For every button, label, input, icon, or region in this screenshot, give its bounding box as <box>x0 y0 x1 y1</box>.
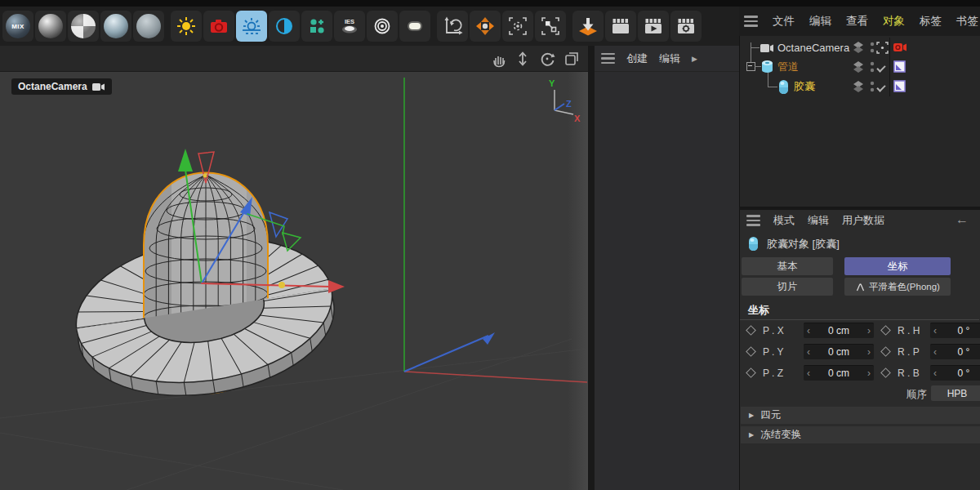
attribute-menubar: 模式 编辑 用户数据 <box>740 210 980 231</box>
enabled-check-icon[interactable] <box>876 82 885 91</box>
menu-create[interactable]: 创建 <box>626 51 648 66</box>
coord-label-pz: P . Z <box>763 368 783 379</box>
menu-tags[interactable]: 标签 <box>920 14 942 29</box>
hdri-contrast-icon[interactable] <box>269 11 300 42</box>
object-row-pipe[interactable]: 管道 <box>740 57 980 77</box>
menu-icon[interactable] <box>744 16 758 26</box>
menu-userdata[interactable]: 用户数据 <box>842 213 884 228</box>
coord-field-rb[interactable]: ‹ 0 ° <box>930 365 980 381</box>
coord-label-rh: R . H <box>898 325 920 336</box>
viewport-toolbar <box>0 46 588 72</box>
reset-transform-icon[interactable] <box>437 11 468 42</box>
menu-edit[interactable]: 编辑 <box>808 213 829 228</box>
menu-bookmarks[interactable]: 书签 <box>956 14 978 29</box>
keyframe-dot[interactable] <box>880 346 891 357</box>
orbit-icon[interactable] <box>537 49 557 69</box>
focus-picked-icon[interactable] <box>502 11 533 42</box>
spinner-right-icon[interactable]: › <box>867 368 871 379</box>
object-label[interactable]: 管道 <box>777 60 799 74</box>
object-manager-menubar: 文件 编辑 查看 对象 标签 书签 <box>739 7 980 36</box>
spinner-right-icon[interactable]: › <box>867 346 871 358</box>
layers-icon[interactable] <box>852 80 865 93</box>
render-settings-icon[interactable] <box>670 11 702 42</box>
node-editor-icon[interactable] <box>535 11 566 42</box>
keyframe-dot[interactable] <box>746 346 756 357</box>
object-row-capsule[interactable]: 胶囊 <box>740 77 980 96</box>
menu-overflow-icon[interactable]: ▶ <box>692 55 697 63</box>
visibility-dots-icon[interactable] <box>870 61 875 74</box>
coord-label-rb: R . B <box>898 368 920 379</box>
menu-objects[interactable]: 对象 <box>883 14 905 29</box>
phong-tag-icon[interactable] <box>893 60 906 74</box>
viewport-3d[interactable]: Y Z X OctaneCamera <box>0 72 588 490</box>
menu-file[interactable]: 文件 <box>773 14 795 29</box>
area-light-icon[interactable] <box>399 11 430 42</box>
material-mix-sphere-icon[interactable]: MIX <box>2 11 33 42</box>
spinner-right-icon[interactable]: › <box>867 325 871 336</box>
keyframe-dot[interactable] <box>746 368 756 378</box>
panel-divider[interactable] <box>588 46 595 490</box>
section-quaternion[interactable]: ▶ 四元 <box>741 407 980 424</box>
history-back-icon[interactable]: ← <box>956 212 969 227</box>
target-light-icon[interactable] <box>367 11 398 42</box>
drop-to-floor-icon[interactable] <box>572 11 604 42</box>
object-label[interactable]: 胶囊 <box>794 79 815 94</box>
svg-text:IES: IES <box>345 18 354 25</box>
render-image-icon[interactable] <box>638 11 669 42</box>
fold-arrow-icon: ▶ <box>749 412 754 419</box>
material-sphere-checker-icon[interactable] <box>68 11 99 42</box>
ies-light-icon[interactable]: IES <box>334 11 365 42</box>
coord-field-px[interactable]: ‹ 0 cm › <box>804 323 874 338</box>
tab-slice[interactable]: 切片 <box>742 278 833 296</box>
menu-edit[interactable]: 编辑 <box>809 14 831 29</box>
section-freeze-transform[interactable]: ▶ 冻结变换 <box>741 426 980 443</box>
enabled-check-icon[interactable] <box>876 63 885 72</box>
capsule-object-icon <box>748 236 759 252</box>
object-label[interactable]: OctaneCamera <box>777 42 849 54</box>
menu-icon[interactable] <box>601 53 615 64</box>
octane-camera-icon[interactable] <box>203 11 234 42</box>
keyframe-dot[interactable] <box>880 368 891 378</box>
keyframe-dot[interactable] <box>880 325 891 336</box>
visibility-dots-icon[interactable] <box>870 42 875 54</box>
material-sphere-glossy-icon[interactable] <box>35 11 66 42</box>
gizmo-y-handle-dot <box>203 174 207 178</box>
phong-tag-icon[interactable] <box>893 80 906 93</box>
tab-coordinates[interactable]: 坐标 <box>844 257 951 275</box>
coord-label-px: P . X <box>763 325 784 336</box>
coord-field-pz[interactable]: ‹ 0 cm › <box>804 365 874 381</box>
tab-phong[interactable]: 平滑着色(Phong) <box>844 278 951 296</box>
object-row-octanecamera[interactable]: OctaneCamera <box>740 38 980 57</box>
pan-icon[interactable] <box>488 49 508 69</box>
keyframe-dot[interactable] <box>746 325 756 336</box>
order-dropdown[interactable]: HPB <box>931 385 980 401</box>
coord-field-rp[interactable]: ‹ 0 ° <box>930 344 980 359</box>
attribute-object-title: 胶囊对象 [胶囊] <box>748 236 840 252</box>
toggle-panel-icon[interactable] <box>562 49 581 69</box>
layers-icon[interactable] <box>852 60 865 74</box>
material-sphere-matte-icon[interactable] <box>133 11 164 42</box>
dolly-icon[interactable] <box>513 49 532 69</box>
active-camera-icon[interactable] <box>876 42 889 54</box>
octane-camera-tag-icon[interactable] <box>893 42 907 52</box>
coord-field-py[interactable]: ‹ 0 cm › <box>804 344 874 359</box>
viewport-camera-label[interactable]: OctaneCamera <box>11 78 112 95</box>
daylight-icon[interactable] <box>171 11 202 42</box>
objects-group-icon[interactable] <box>301 11 332 42</box>
menu-view[interactable]: 查看 <box>846 14 868 29</box>
layers-icon[interactable] <box>852 41 865 54</box>
object-manager: OctaneCamera 管道 胶囊 <box>739 36 980 207</box>
render-view-icon[interactable] <box>605 11 636 42</box>
visibility-dots-icon[interactable] <box>870 81 875 93</box>
material-sphere-glass-icon[interactable] <box>100 11 131 42</box>
fit-to-view-icon[interactable] <box>470 11 501 42</box>
menu-mode[interactable]: 模式 <box>773 213 795 228</box>
menu-edit[interactable]: 编辑 <box>659 51 680 66</box>
menu-icon[interactable] <box>746 215 760 225</box>
viewport-canvas[interactable]: Y Z X <box>0 72 588 490</box>
environment-icon[interactable] <box>236 11 267 42</box>
tab-basic[interactable]: 基本 <box>742 257 833 275</box>
camera-object-icon <box>760 43 774 53</box>
axis-label-y: Y <box>549 78 555 88</box>
coord-field-rh[interactable]: ‹ 0 ° <box>930 323 980 338</box>
